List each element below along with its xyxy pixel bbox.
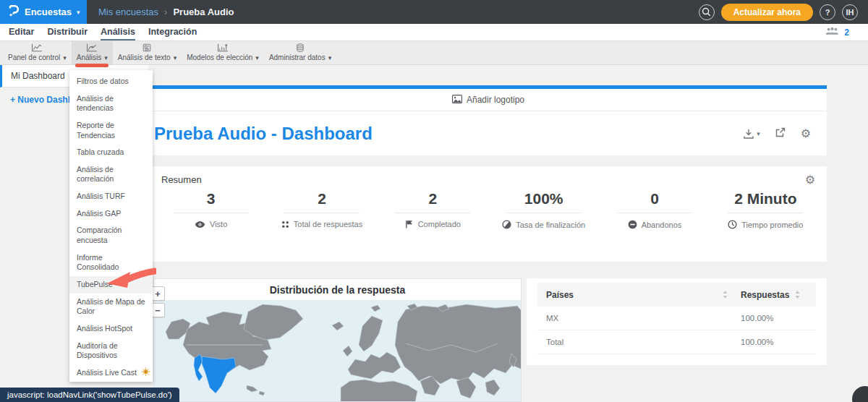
toolbar-administrar-datos[interactable]: Administrar datos▾ bbox=[264, 41, 336, 64]
status-bar-link-preview: javascript: loadNavLink('showTubePulse.d… bbox=[0, 388, 179, 402]
gold-badge-icon bbox=[141, 367, 150, 379]
eye-icon bbox=[195, 221, 205, 228]
dashboard-chart-icon bbox=[30, 43, 43, 52]
stat-tasa-finalizacion: 100% Tasa de finalización bbox=[488, 190, 599, 229]
database-icon bbox=[294, 43, 306, 52]
grid-dots-icon bbox=[281, 221, 289, 228]
menu-item-comparacion-encuesta[interactable]: Comparación encuesta bbox=[69, 222, 153, 249]
menu-item-reporte-de-tendencias[interactable]: Reporte de Tendencias bbox=[69, 117, 153, 144]
tab-integracion[interactable]: Integración bbox=[148, 27, 197, 39]
country-cell: Total bbox=[546, 338, 563, 346]
analysis-toolbar: Panel de control▾ Análisis▾ Análisis de … bbox=[0, 41, 868, 65]
choice-models-chart-icon bbox=[216, 43, 229, 52]
response-distribution-widget: Distribución de la respuesta bbox=[153, 278, 522, 402]
menu-item-analisis-turf[interactable]: Análisis TURF bbox=[69, 188, 153, 205]
update-now-button[interactable]: Actualizar ahora bbox=[721, 4, 813, 21]
stat-completado: 2 Completado bbox=[378, 190, 488, 229]
table-header-row: Países Respuestas bbox=[537, 283, 816, 307]
help-button[interactable]: ? bbox=[820, 4, 835, 20]
image-icon bbox=[452, 95, 462, 106]
breadcrumb: Mis encuestas › Prueba Audio bbox=[98, 7, 234, 17]
app-logo-box[interactable]: Encuestas ▾ bbox=[0, 0, 87, 24]
sort-icon[interactable] bbox=[795, 291, 800, 299]
add-logo-band: Añadir logotipo bbox=[150, 89, 827, 111]
chevron-down-icon: ▾ bbox=[77, 9, 80, 16]
column-header-paises[interactable]: Países bbox=[546, 290, 574, 300]
world-map-svg bbox=[154, 300, 521, 401]
product-name: Encuestas bbox=[25, 7, 72, 17]
stat-tiempo-promedio: 2 Minuto Tiempo promedio bbox=[710, 190, 821, 229]
menu-item-analisis-de-tendencias[interactable]: Análisis de tendencias bbox=[69, 90, 153, 117]
red-arrow-annotation bbox=[103, 268, 156, 294]
dashboard-title-row: Prueba Audio - Dashboard ▾ ⚙ bbox=[150, 111, 827, 155]
sort-icon[interactable] bbox=[723, 291, 728, 299]
summary-settings-button[interactable]: ⚙ bbox=[805, 174, 815, 186]
table-row: MX 100.00% bbox=[537, 307, 816, 330]
page-title: Prueba Audio - Dashboard bbox=[154, 124, 373, 144]
minus-circle-icon bbox=[628, 220, 637, 229]
search-icon bbox=[702, 7, 711, 17]
download-button[interactable]: ▾ bbox=[743, 128, 760, 140]
chat-bubble-button[interactable] bbox=[852, 386, 868, 402]
countries-table: Países Respuestas MX 100.00% Total 100.0… bbox=[527, 278, 827, 365]
red-highlight-underline bbox=[75, 64, 109, 67]
chevron-down-icon: ▾ bbox=[63, 54, 67, 61]
menu-item-analisis-gap[interactable]: Análisis GAP bbox=[69, 205, 153, 223]
toolbar-panel-de-control[interactable]: Panel de control▾ bbox=[3, 41, 72, 64]
header-actions: Actualizar ahora ? IH bbox=[699, 4, 868, 21]
summary-card: Resumen ⚙ 3 Visto 2 Total de respuestas … bbox=[150, 166, 827, 262]
flag-icon bbox=[405, 220, 414, 228]
breadcrumb-parent-link[interactable]: Mis encuestas bbox=[98, 7, 158, 17]
analysis-dropdown-menu: Filtros de datos Análisis de tendencias … bbox=[69, 70, 153, 382]
column-header-respuestas[interactable]: Respuestas bbox=[741, 290, 789, 300]
add-logo-button[interactable]: Añadir logotipo bbox=[467, 95, 524, 105]
half-circle-icon bbox=[502, 220, 511, 229]
collaborators-icon bbox=[825, 27, 839, 38]
country-cell: MX bbox=[546, 314, 558, 322]
menu-item-analisis-mapa-de-calor[interactable]: Análisis de Mapa de Calor bbox=[69, 294, 153, 320]
share-button[interactable] bbox=[775, 127, 786, 141]
menu-item-tabla-cruzada[interactable]: Tabla cruzada bbox=[69, 144, 153, 161]
map-country-mx bbox=[194, 354, 236, 393]
chevron-down-icon: ▾ bbox=[328, 54, 332, 61]
tab-analisis[interactable]: Análisis bbox=[101, 27, 135, 40]
survey-nav: Editar Distribuir Análisis Integración 2 bbox=[0, 24, 868, 41]
menu-item-auditoria-de-dispositivos[interactable]: Auditoría de Dispositivos bbox=[69, 338, 153, 364]
settings-button[interactable]: ⚙ bbox=[801, 128, 811, 140]
stat-total-respuestas: 2 Total de respuestas bbox=[266, 190, 377, 229]
chevron-down-icon: ▾ bbox=[757, 130, 760, 137]
respuestas-cell: 100.00% bbox=[741, 314, 773, 322]
download-icon bbox=[743, 128, 754, 140]
world-map[interactable] bbox=[154, 300, 521, 401]
summary-stats: 3 Visto 2 Total de respuestas 2 Completa… bbox=[150, 186, 827, 229]
menu-item-filtros-de-datos[interactable]: Filtros de datos bbox=[69, 73, 153, 90]
map-title: Distribución de la respuesta bbox=[154, 279, 521, 300]
map-zoom-out-button[interactable]: − bbox=[150, 303, 165, 317]
top-header: Encuestas ▾ Mis encuestas › Prueba Audio… bbox=[0, 0, 868, 24]
breadcrumb-separator: › bbox=[164, 7, 167, 17]
table-row: Total 100.00% bbox=[537, 330, 816, 354]
toolbar-modelos-de-eleccion[interactable]: Modelos de elección▾ bbox=[182, 41, 264, 64]
menu-item-analisis-hotspot[interactable]: Análisis HotSpot bbox=[69, 320, 153, 338]
text-analysis-icon bbox=[141, 43, 153, 52]
avatar[interactable]: IH bbox=[842, 4, 858, 20]
summary-title: Resumen bbox=[161, 174, 202, 185]
menu-item-analisis-de-correlacion[interactable]: Análisis de correlación bbox=[69, 161, 153, 188]
toolbar-analisis[interactable]: Análisis▾ bbox=[72, 41, 113, 64]
tab-editar[interactable]: Editar bbox=[9, 27, 34, 39]
analysis-chart-icon bbox=[85, 43, 98, 52]
chevron-down-icon: ▾ bbox=[104, 54, 108, 61]
collaborators-count[interactable]: 2 bbox=[844, 27, 849, 38]
stat-visto: 3 Visto bbox=[156, 190, 266, 229]
toolbar-analisis-de-texto[interactable]: Análisis de texto▾ bbox=[113, 41, 182, 64]
menu-item-analisis-live-cast[interactable]: Análisis Live Cast bbox=[69, 364, 153, 382]
respuestas-cell: 100.00% bbox=[741, 338, 773, 346]
chevron-down-icon: ▾ bbox=[255, 54, 259, 61]
breadcrumb-current: Prueba Audio bbox=[173, 7, 234, 17]
search-button[interactable] bbox=[699, 4, 715, 20]
clock-icon bbox=[728, 220, 737, 229]
share-icon bbox=[775, 127, 786, 138]
questionpro-logo-icon bbox=[7, 4, 20, 20]
tab-distribuir[interactable]: Distribuir bbox=[47, 27, 88, 39]
stat-abandonos: 0 Abandonos bbox=[599, 190, 710, 229]
